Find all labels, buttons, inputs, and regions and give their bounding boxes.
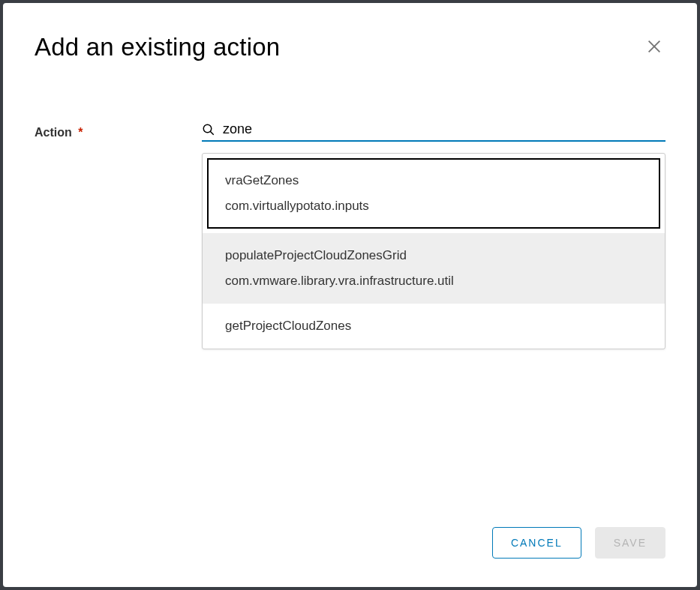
modal-footer: CANCEL SAVE (35, 527, 665, 559)
svg-point-2 (203, 124, 212, 133)
save-button[interactable]: SAVE (595, 527, 665, 559)
option-namespace: com.virtuallypotato.inputs (225, 199, 642, 214)
action-field-label: Action * (35, 121, 202, 139)
dropdown-option[interactable]: populateProjectCloudZonesGrid com.vmware… (203, 233, 665, 304)
modal-dialog: Add an existing action Action * (3, 3, 697, 587)
modal-header: Add an existing action (35, 33, 665, 61)
cancel-button[interactable]: CANCEL (492, 527, 581, 559)
required-asterisk: * (78, 126, 83, 139)
action-field-row: Action * vraGetZones com.virtuallypotato… (35, 121, 665, 142)
modal-title: Add an existing action (35, 33, 280, 61)
option-name: populateProjectCloudZonesGrid (225, 248, 642, 263)
search-input-wrap (202, 121, 665, 142)
close-icon (646, 38, 662, 57)
search-icon (202, 123, 215, 136)
field-label-text: Action (35, 126, 72, 139)
option-name: vraGetZones (225, 173, 642, 188)
option-name: getProjectCloudZones (225, 319, 642, 334)
action-dropdown: vraGetZones com.virtuallypotato.inputs p… (202, 153, 665, 349)
option-namespace: com.vmware.library.vra.infrastructure.ut… (225, 274, 642, 289)
svg-line-3 (210, 131, 214, 135)
dropdown-option[interactable]: getProjectCloudZones (203, 304, 665, 349)
dropdown-option[interactable]: vraGetZones com.virtuallypotato.inputs (207, 158, 660, 229)
close-button[interactable] (643, 35, 665, 60)
action-field-control: vraGetZones com.virtuallypotato.inputs p… (202, 121, 665, 142)
action-search-input[interactable] (223, 121, 665, 137)
